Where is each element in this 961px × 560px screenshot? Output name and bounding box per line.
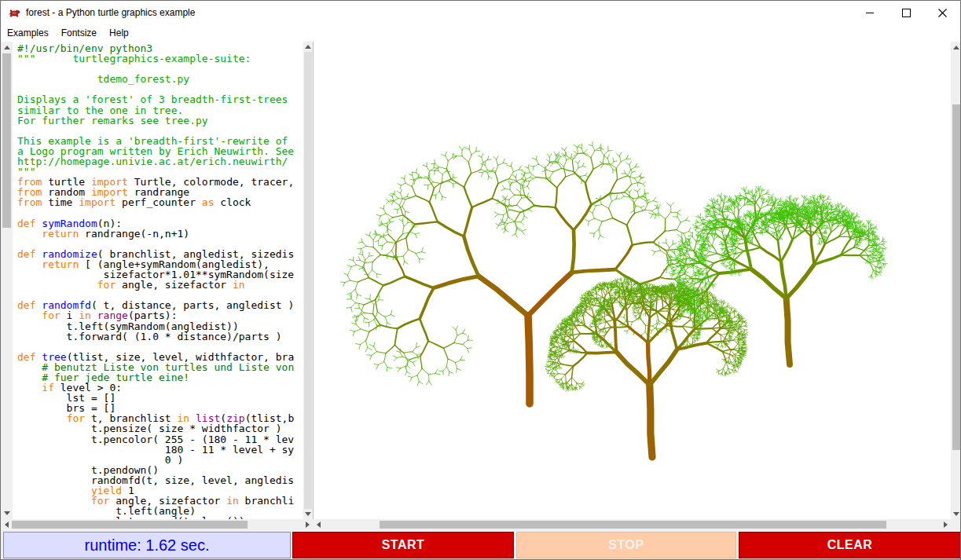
arrow-left-icon (5, 522, 9, 528)
code-vertical-scrollbar[interactable] (1, 42, 13, 519)
scrollbar-thumb[interactable] (380, 521, 886, 529)
scroll-down-button[interactable] (303, 509, 313, 519)
turtle-app-icon (8, 6, 20, 19)
code-line: """ turtlegraphics-example-suite: (17, 53, 303, 64)
arrow-up-icon (305, 45, 311, 49)
code-line: for angle, sizefactor in (17, 280, 303, 290)
maximize-button[interactable] (888, 1, 924, 24)
scroll-left-button[interactable] (1, 519, 12, 530)
clear-button[interactable]: CLEAR (739, 532, 961, 558)
stop-button[interactable]: STOP (516, 532, 736, 558)
code-line: from time import perf_counter as clock (17, 197, 303, 207)
arrow-up-icon (4, 46, 10, 49)
minimize-button[interactable] (852, 1, 888, 24)
scrollbar-corner (951, 519, 961, 530)
code-horizontal-scrollbar[interactable] (1, 519, 313, 530)
scroll-up-button[interactable] (1, 42, 13, 53)
source-code-pane[interactable]: #!/usr/bin/env python3""" turtlegraphics… (13, 42, 303, 519)
status-bar: runtime: 1.62 sec. START STOP CLEAR (1, 530, 960, 560)
canvas-horizontal-scrollbar[interactable] (313, 519, 951, 530)
close-icon (938, 9, 947, 17)
divider-vertical-scrollbar[interactable] (303, 42, 313, 519)
menu-fontsize[interactable]: Fontsize (55, 24, 103, 42)
scroll-left-button[interactable] (313, 519, 324, 530)
menu-bar: Examples Fontsize Help (1, 24, 960, 42)
title-bar: forest - a Python turtle graphics exampl… (1, 1, 960, 24)
close-button[interactable] (924, 1, 960, 24)
code-line: tdemo_forest.py (17, 74, 303, 84)
scroll-right-button[interactable] (302, 519, 313, 530)
window-title: forest - a Python turtle graphics exampl… (26, 7, 195, 18)
scroll-up-button[interactable] (303, 42, 313, 52)
arrow-down-icon (953, 512, 959, 516)
turtledemo-window: { "window": { "title": "forest - a Pytho… (0, 0, 961, 560)
arrow-right-icon (306, 522, 310, 528)
code-line: For further remarks see tree.py (17, 115, 303, 126)
scrollbar-thumb[interactable] (2, 53, 11, 228)
code-line: http://homepage.univie.ac.at/erich.neuwi… (17, 156, 303, 167)
runtime-label: runtime: 1.62 sec. (3, 532, 291, 558)
arrow-right-icon (944, 522, 948, 528)
scroll-up-button[interactable] (951, 42, 961, 53)
canvas-vertical-scrollbar[interactable] (951, 42, 961, 519)
code-line: t.forward( (1.0 * distance)/parts ) (17, 331, 303, 342)
turtle-canvas-area (313, 42, 951, 519)
scrollbar-thumb[interactable] (304, 52, 312, 509)
code-text: #!/usr/bin/env python3""" turtlegraphics… (13, 42, 303, 519)
scroll-down-button[interactable] (951, 508, 961, 519)
arrow-down-icon (305, 512, 311, 516)
scrollbar-thumb[interactable] (12, 521, 248, 529)
menu-help[interactable]: Help (103, 24, 135, 42)
scroll-right-button[interactable] (940, 519, 951, 530)
scrollbar-thumb[interactable] (952, 104, 960, 450)
code-line: return randrange(-n,n+1) (17, 229, 303, 239)
arrow-up-icon (953, 46, 959, 49)
scroll-down-button[interactable] (1, 507, 13, 519)
arrow-left-icon (317, 522, 321, 528)
arrow-down-icon (4, 511, 10, 515)
window-controls (852, 1, 960, 24)
maximize-icon (902, 9, 911, 17)
start-button[interactable]: START (292, 532, 514, 558)
menu-examples[interactable]: Examples (1, 24, 55, 42)
minimize-icon (866, 9, 875, 17)
turtle-canvas (314, 42, 951, 519)
